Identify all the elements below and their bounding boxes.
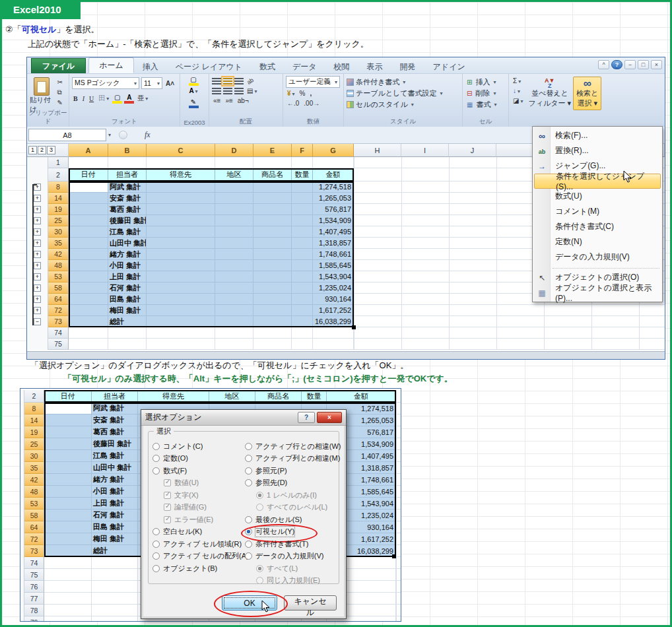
outline-gutter-cell[interactable]: + xyxy=(27,294,48,305)
comma-icon[interactable]: , xyxy=(308,89,313,98)
radio-icon[interactable] xyxy=(152,528,160,535)
col-header-a[interactable]: A xyxy=(69,144,108,157)
header-qty[interactable]: 数量 xyxy=(302,390,327,403)
row-header[interactable]: 19 xyxy=(48,204,69,215)
header-product[interactable]: 商品名 xyxy=(255,390,302,403)
dialog-option[interactable]: 参照先(D) xyxy=(245,477,345,490)
row-header[interactable]: 73 xyxy=(24,545,44,557)
cell[interactable] xyxy=(292,193,313,204)
empty-cells[interactable] xyxy=(396,450,401,462)
cell[interactable] xyxy=(253,271,292,282)
selection-fill-handle[interactable] xyxy=(352,325,356,329)
ex-font-color-icon[interactable]: A▾ xyxy=(189,87,199,97)
orientation-icon[interactable]: ab xyxy=(244,75,256,87)
outline-gutter-cell[interactable]: + xyxy=(27,204,48,215)
row-header[interactable]: 72 xyxy=(24,533,44,545)
header-date[interactable]: 日付 xyxy=(44,390,92,403)
cell-amount[interactable]: 1,235,024 xyxy=(313,282,354,294)
cell-a[interactable] xyxy=(44,403,92,414)
empty-cells[interactable] xyxy=(396,486,401,498)
cell-a[interactable] xyxy=(44,414,92,426)
cell-name[interactable]: 小田 集計 xyxy=(108,260,147,271)
ribbon-tab[interactable]: 数式 xyxy=(251,60,284,73)
cell[interactable] xyxy=(253,260,292,271)
row-header[interactable]: 35 xyxy=(24,462,44,474)
header-person[interactable]: 担当者 xyxy=(92,390,138,403)
row-header[interactable]: 25 xyxy=(24,438,44,450)
radio-icon[interactable] xyxy=(245,455,252,462)
outline-level-3[interactable]: 3 xyxy=(47,146,55,154)
radio-icon[interactable] xyxy=(164,492,171,499)
row-header[interactable]: 8 xyxy=(24,403,44,414)
restore-icon[interactable]: □ xyxy=(638,60,649,69)
col-header-d[interactable]: D xyxy=(215,144,253,157)
outline-level-2[interactable]: 2 xyxy=(38,146,46,154)
col-header-j[interactable]: J xyxy=(449,144,496,157)
decrease-decimal-icon[interactable]: .00→ xyxy=(302,99,321,108)
decrease-indent-icon[interactable]: «≡ xyxy=(212,96,222,105)
dialog-option[interactable]: アクティブ行との相違(W) xyxy=(245,440,345,453)
format-painter-icon[interactable]: ✎ xyxy=(56,98,64,107)
cell-a[interactable] xyxy=(69,271,108,282)
ribbon-tab[interactable]: ホーム xyxy=(88,57,134,73)
cell-a[interactable] xyxy=(69,316,108,327)
cell-amount[interactable]: 1,748,661 xyxy=(313,249,354,260)
cell[interactable] xyxy=(215,204,253,215)
cell[interactable] xyxy=(215,249,253,260)
dialog-option[interactable]: 1 レベルのみ(I) xyxy=(256,489,345,502)
help-icon[interactable]: ? xyxy=(611,60,622,69)
dialog-option[interactable]: アクティブ セルの配列(A) xyxy=(152,550,245,563)
header-customer[interactable]: 得意先 xyxy=(138,390,209,403)
cell-a[interactable] xyxy=(69,294,108,305)
header-amount[interactable]: 金額 xyxy=(313,168,354,182)
empty-cells[interactable] xyxy=(396,474,401,486)
radio-icon[interactable] xyxy=(245,443,252,450)
font-name-select[interactable]: MS Pゴシック▾ xyxy=(72,77,139,89)
col-header-i[interactable]: I xyxy=(401,144,449,157)
header-date[interactable]: 日付 xyxy=(69,168,108,182)
outline-gutter-cell[interactable]: − xyxy=(27,316,48,327)
cell-amount[interactable]: 930,164 xyxy=(313,294,354,305)
ribbon-tab[interactable]: 開発 xyxy=(391,60,424,73)
row-header[interactable]: 58 xyxy=(24,510,44,521)
cell[interactable] xyxy=(215,305,253,316)
align-top-icon[interactable] xyxy=(212,78,221,84)
radio-icon[interactable] xyxy=(164,479,171,486)
empty-cells[interactable] xyxy=(396,510,401,521)
radio-icon[interactable] xyxy=(256,565,263,572)
bold-icon[interactable]: B xyxy=(72,94,79,103)
wrap-text-icon[interactable]: ab¬ xyxy=(236,96,250,105)
empty-row[interactable]: 75 xyxy=(27,339,665,350)
empty-row[interactable]: 74 xyxy=(27,327,665,339)
dialog-help-icon[interactable]: ? xyxy=(298,412,315,423)
cell-name[interactable]: 石河 集計 xyxy=(92,510,138,521)
cell-amount[interactable]: 16,038,299 xyxy=(313,316,354,327)
empty-cells[interactable] xyxy=(396,426,401,438)
cell[interactable] xyxy=(147,271,215,282)
align-left-icon[interactable] xyxy=(212,88,221,94)
menu-item[interactable]: 条件を選択してジャンプ(S)... xyxy=(534,174,661,189)
borders-icon[interactable]: 田▾ xyxy=(97,93,110,104)
cell-a[interactable] xyxy=(44,533,92,545)
cell[interactable] xyxy=(147,260,215,271)
radio-icon[interactable] xyxy=(245,479,252,486)
dialog-option[interactable]: 可視セル(Y) xyxy=(245,526,345,539)
dialog-option[interactable]: 最後のセル(S) xyxy=(245,513,345,526)
header-person[interactable]: 担当者 xyxy=(108,168,147,182)
outline-gutter-cell[interactable]: + xyxy=(27,238,48,249)
empty-cells[interactable] xyxy=(396,403,401,414)
outline-gutter-cell[interactable]: + xyxy=(27,305,48,316)
empty-cells[interactable] xyxy=(396,545,401,557)
radio-icon[interactable] xyxy=(256,504,263,511)
font-size-select[interactable]: 11▾ xyxy=(141,77,162,89)
col-header-h[interactable]: H xyxy=(354,144,401,157)
cell[interactable] xyxy=(147,316,215,327)
close-icon[interactable]: × xyxy=(651,60,662,69)
ex-fill-icon[interactable]: ▢ xyxy=(189,76,199,86)
row-header[interactable]: 8 xyxy=(48,182,69,193)
row-header[interactable]: 30 xyxy=(48,226,69,238)
increase-indent-icon[interactable]: »≡ xyxy=(224,96,234,105)
cell-amount[interactable]: 1,265,053 xyxy=(313,193,354,204)
underline-icon[interactable]: U xyxy=(88,94,95,103)
ribbon-collapse-icon[interactable]: ^ xyxy=(598,60,609,69)
